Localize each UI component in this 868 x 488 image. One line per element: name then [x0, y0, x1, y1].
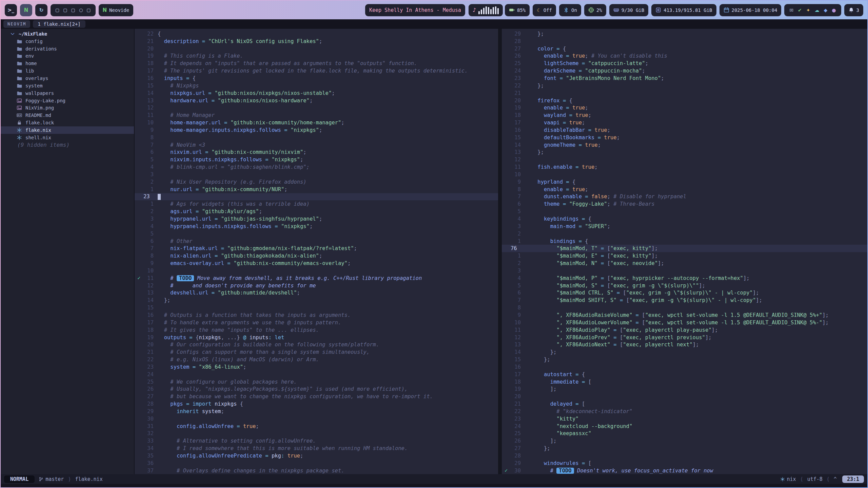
- code-line[interactable]: 6 nixvim.url = "github:nix-community/nix…: [135, 149, 498, 156]
- code-line[interactable]: 24 darkScheme = "catppuccin-mocha";: [502, 67, 867, 75]
- code-line[interactable]: 18 # It depends on "inputs" that are pas…: [135, 60, 498, 67]
- code-line[interactable]: 15 # Nixpkgs: [135, 82, 498, 89]
- code-line[interactable]: 6 theme = "Foggy-Lake"; # Three-Bears: [502, 200, 867, 208]
- chip-night-light[interactable]: ☾Off: [533, 4, 556, 16]
- code-line[interactable]: 32: [135, 430, 498, 438]
- code-line[interactable]: 3: [135, 171, 498, 178]
- code-line[interactable]: 26 ];: [502, 437, 867, 445]
- code-line[interactable]: 16 disableTabBar = true;: [502, 126, 867, 134]
- code-line[interactable]: 11 # Home Manager: [135, 111, 498, 119]
- code-line[interactable]: 15 defaultBookmarks = true;: [502, 134, 867, 141]
- code-line[interactable]: 21 delayed = [: [502, 400, 867, 408]
- workspace-refresh[interactable]: ↻: [35, 4, 47, 16]
- code-line[interactable]: 24: [135, 371, 498, 378]
- code-line[interactable]: 17 # To handle extra arguments we use th…: [135, 319, 498, 326]
- code-line[interactable]: 7 # NeoVim <3: [135, 141, 498, 149]
- code-line[interactable]: 1 bindings = {: [502, 238, 867, 245]
- code-line[interactable]: 10 ", XF86AudioLowerVolume" = ["exec, wp…: [502, 319, 867, 326]
- tree-item-derivations[interactable]: derivations: [1, 45, 134, 53]
- chip-cpu[interactable]: 2%: [584, 4, 606, 16]
- code-line[interactable]: 22{: [135, 30, 498, 38]
- code-line[interactable]: 20: [135, 45, 498, 53]
- media-widget[interactable]: Keep Shelly In Athens - Medusa: [365, 4, 465, 16]
- code-line[interactable]: 28: [502, 452, 867, 460]
- code-line[interactable]: 14 gnomeTheme = true;: [502, 141, 867, 149]
- tray-icon-1[interactable]: ✉: [789, 7, 793, 13]
- code-line[interactable]: 4 keybindings = {: [502, 215, 867, 223]
- code-line[interactable]: 8 nix-alien.url = "github:thiagokokada/n…: [135, 252, 498, 260]
- code-line[interactable]: 31 config.allowUnfree = true;: [135, 423, 498, 430]
- code-line[interactable]: 28: [502, 38, 867, 45]
- code-line[interactable]: 29 };: [502, 30, 867, 38]
- code-line[interactable]: 18 immediate = [: [502, 378, 867, 386]
- code-line[interactable]: 13 };: [502, 149, 867, 156]
- code-line[interactable]: 20: [502, 393, 867, 400]
- code-line[interactable]: 12: [135, 104, 498, 111]
- code-line[interactable]: 14 nixpkgs.url = "github:nixos/nixpkgs/n…: [135, 89, 498, 97]
- code-line[interactable]: 35 config.allowUnfreePredicate = pkg: tr…: [135, 452, 498, 460]
- code-line[interactable]: 2 ags.url = "github:Aylur/ags";: [135, 208, 498, 215]
- code-line[interactable]: 17 # The inputs' git revisions get locke…: [135, 67, 498, 75]
- code-line[interactable]: 22 # "kdeconnect-indicator": [502, 408, 867, 415]
- code-line[interactable]: 21: [502, 89, 867, 97]
- code-line[interactable]: 13 ", XF86AudioNext" = ["exec, playerctl…: [502, 341, 867, 348]
- tray-icon-3[interactable]: ✦: [806, 7, 810, 13]
- code-line[interactable]: 20 # Our configuration is buildable on t…: [135, 341, 498, 348]
- code-line[interactable]: 13 devshell.url = "github:numtide/devshe…: [135, 289, 498, 297]
- code-line[interactable]: 1 nur.url = "github:nix-community/NUR";: [135, 186, 498, 193]
- tree-item-flake.lock[interactable]: flake.lock: [1, 119, 134, 126]
- code-line[interactable]: 17 autostart = {: [502, 371, 867, 378]
- code-line[interactable]: 12 # and doesn't provide any benefits fo…: [135, 282, 498, 289]
- code-line[interactable]: 4 # blink-cmp.url = "github:saghen/blink…: [135, 163, 498, 171]
- code-line[interactable]: 6 # Other: [135, 238, 498, 245]
- code-line[interactable]: 29 inherit system;: [135, 408, 498, 415]
- system-tray[interactable]: ✉✔✦☁◆●: [784, 4, 841, 16]
- code-line[interactable]: 10: [135, 267, 498, 274]
- code-line-current[interactable]: 23: [135, 193, 498, 201]
- code-line[interactable]: 23 font = "JetBrainsMono Nerd Font Mono"…: [502, 75, 867, 82]
- tree-item-Foggy-Lake.png[interactable]: Foggy-Lake.png: [1, 97, 134, 104]
- code-line[interactable]: 36: [135, 460, 498, 467]
- code-line[interactable]: 10 home-manager.url = "github:nix-commun…: [135, 119, 498, 126]
- code-line[interactable]: 6 "$mainMod CTRL, S" = ["exec, grim -g \…: [502, 289, 867, 297]
- code-line-current[interactable]: 76 "$mainMod, T" = ["exec, kitty"];: [502, 245, 867, 252]
- code-line[interactable]: 22 # e.g. NixOS (linux) and MacOS (darwi…: [135, 356, 498, 363]
- code-line[interactable]: 26 enable = true; # You can't disable th…: [502, 53, 867, 60]
- code-line[interactable]: 5 "$mainMod, S" = ["exec, grim -g \"$(sl…: [502, 282, 867, 289]
- chip-bluetooth[interactable]: On: [559, 4, 581, 16]
- code-line[interactable]: 2 "$mainMod, N" = ["exec, neovide"];: [502, 260, 867, 267]
- code-line[interactable]: 7 dunst.enable = false; # Disable for hy…: [502, 193, 867, 201]
- code-line[interactable]: 23 system = "x86_64-linux";: [135, 363, 498, 371]
- tray-icon-4[interactable]: ☁: [815, 7, 820, 13]
- tree-item-lib[interactable]: lib: [1, 67, 134, 75]
- code-line[interactable]: 15 };: [502, 356, 867, 363]
- code-line[interactable]: 5: [502, 208, 867, 215]
- editor-pane-left[interactable]: 22{21 description = "ChUrl's NixOS confi…: [135, 29, 498, 474]
- code-line[interactable]: 4 hyprpanel.inputs.nixpkgs.follows = "ni…: [135, 223, 498, 230]
- code-line[interactable]: 9 home-manager.inputs.nixpkgs.follows = …: [135, 126, 498, 134]
- workspace-neovim[interactable]: N: [20, 4, 32, 16]
- code-line[interactable]: 25 "keepassxc": [502, 430, 867, 438]
- tree-item-home[interactable]: home: [1, 60, 134, 67]
- code-line[interactable]: 25 lightScheme = "catppuccin-latte";: [502, 60, 867, 67]
- code-line[interactable]: 37 # Overlays define changes in the nixp…: [135, 467, 498, 474]
- code-line[interactable]: 9 emacs-overlay.url = "github:nix-commun…: [135, 260, 498, 267]
- tray-icon-6[interactable]: ●: [832, 7, 836, 13]
- code-line[interactable]: 16 # Outputs is a function that takes th…: [135, 311, 498, 319]
- tree-item-overlays[interactable]: overlays: [1, 75, 134, 82]
- tree-item-system[interactable]: system: [1, 82, 134, 89]
- code-line[interactable]: 26 # Usually, "nixpkgs.legacyPackages.${…: [135, 386, 498, 393]
- workspace-terminal[interactable]: >_: [5, 4, 17, 16]
- tree-item-config[interactable]: config: [1, 38, 134, 45]
- code-line[interactable]: 8 enable = true;: [502, 186, 867, 193]
- code-line[interactable]: 12: [502, 156, 867, 163]
- code-line[interactable]: 10: [502, 171, 867, 178]
- code-line[interactable]: 17 vaapi = true;: [502, 119, 867, 126]
- code-line[interactable]: 30: [135, 415, 498, 423]
- code-line[interactable]: 3 hyprpanel.url = "github:jas-singhfsu/h…: [135, 215, 498, 223]
- tree-item-env[interactable]: env: [1, 53, 134, 60]
- code-line[interactable]: 9 hyprland = {: [502, 178, 867, 186]
- code-line[interactable]: 25 # We configure our global packages he…: [135, 378, 498, 386]
- code-line[interactable]: 16 inputs = {: [135, 75, 498, 82]
- tree-item-wallpapers[interactable]: wallpapers: [1, 89, 134, 97]
